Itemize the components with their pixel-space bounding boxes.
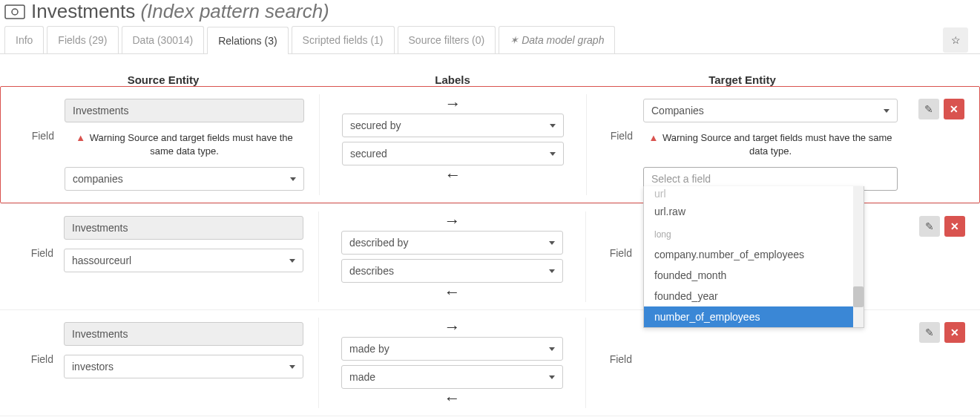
chevron-down-icon: [289, 365, 295, 369]
dropdown-option[interactable]: founded_year: [644, 286, 864, 306]
graph-icon: ✶: [510, 34, 519, 46]
edit-button[interactable]: ✎: [919, 216, 940, 237]
chevron-down-icon: [550, 124, 556, 128]
tab-relations[interactable]: Relations (3): [207, 27, 288, 54]
source-warning: ▲ Warning Source and target fields must …: [65, 131, 304, 158]
chevron-down-icon: [549, 241, 555, 245]
scrollbar[interactable]: [853, 186, 864, 327]
chevron-down-icon: [884, 109, 889, 113]
warning-icon: ▲: [76, 132, 85, 143]
field-label: Field: [601, 216, 632, 259]
target-entity-select[interactable]: Companies: [643, 99, 898, 122]
arrow-left-icon: ←: [444, 283, 461, 302]
close-icon: ✕: [950, 327, 959, 338]
edit-button[interactable]: ✎: [918, 99, 939, 119]
delete-button[interactable]: ✕: [944, 99, 964, 119]
field-dropdown: url url.raw long company.number_of_emplo…: [643, 186, 864, 328]
pencil-icon: ✎: [925, 220, 934, 232]
arrow-right-icon: →: [444, 211, 461, 231]
tab-source-filters[interactable]: Source filters (0): [398, 26, 496, 53]
close-icon: ✕: [950, 103, 958, 115]
chevron-down-icon: [549, 375, 555, 379]
dropdown-option[interactable]: url.raw: [644, 201, 864, 222]
source-entity: Investments: [64, 322, 303, 346]
source-entity: Investments: [64, 216, 303, 240]
target-warning: ▲ Warning Source and target fields must …: [643, 131, 898, 158]
dropdown-group: long: [644, 222, 864, 244]
label-back-select[interactable]: secured: [342, 142, 564, 165]
source-entity: Investments: [65, 99, 304, 122]
tab-info[interactable]: Info: [4, 26, 44, 53]
pencil-icon: ✎: [925, 327, 934, 338]
col-header-source: Source Entity: [7, 73, 319, 86]
field-label: Field: [601, 322, 632, 365]
page-title: Investments (Index pattern search): [31, 0, 329, 23]
label-forward-select[interactable]: made by: [341, 337, 563, 361]
chevron-down-icon: [550, 152, 556, 156]
svg-rect-0: [5, 5, 24, 19]
source-field-select[interactable]: investors: [64, 355, 303, 378]
delete-button[interactable]: ✕: [944, 322, 965, 343]
tab-data[interactable]: Data (30014): [122, 26, 205, 53]
tab-scripted-fields[interactable]: Scripted fields (1): [292, 26, 395, 53]
close-icon: ✕: [950, 220, 959, 232]
relation-row: Field Investments ▲ Warning Source and t…: [0, 86, 980, 203]
dropdown-option[interactable]: url: [644, 186, 864, 201]
dropdown-option[interactable]: founded_month: [644, 265, 864, 286]
field-label: Field: [22, 322, 53, 365]
edit-button[interactable]: ✎: [919, 322, 940, 343]
star-icon: ☆: [951, 34, 961, 46]
field-label: Field: [22, 216, 53, 259]
tab-fields[interactable]: Fields (29): [47, 26, 118, 53]
arrow-left-icon: ←: [445, 165, 461, 185]
col-header-labels: Labels: [319, 73, 586, 86]
tab-data-model-graph[interactable]: ✶ Data model graph: [499, 26, 615, 53]
col-header-target: Target Entity: [586, 73, 973, 86]
svg-point-1: [12, 9, 18, 15]
arrow-left-icon: ←: [444, 389, 461, 408]
favorite-button[interactable]: ☆: [943, 27, 968, 53]
money-icon: [4, 4, 25, 19]
chevron-down-icon: [549, 347, 555, 351]
label-forward-select[interactable]: described by: [341, 231, 563, 255]
tabs: Info Fields (29) Data (30014) Relations …: [4, 26, 615, 53]
field-label: Field: [602, 99, 633, 142]
arrow-right-icon: →: [444, 318, 461, 337]
chevron-down-icon: [289, 259, 295, 263]
chevron-down-icon: [290, 177, 296, 181]
delete-button[interactable]: ✕: [944, 216, 965, 237]
chevron-down-icon: [549, 269, 555, 273]
warning-icon: ▲: [648, 132, 658, 143]
field-label: Field: [23, 99, 54, 142]
label-back-select[interactable]: describes: [341, 259, 563, 283]
label-back-select[interactable]: made: [341, 365, 563, 389]
dropdown-option[interactable]: company.number_of_employees: [644, 244, 864, 265]
source-field-select[interactable]: companies: [65, 167, 304, 191]
label-forward-select[interactable]: secured by: [342, 114, 564, 137]
pencil-icon: ✎: [924, 103, 933, 115]
dropdown-option[interactable]: number_of_employees: [644, 306, 864, 327]
arrow-right-icon: →: [445, 94, 461, 114]
source-field-select[interactable]: hassourceurl: [64, 249, 303, 272]
